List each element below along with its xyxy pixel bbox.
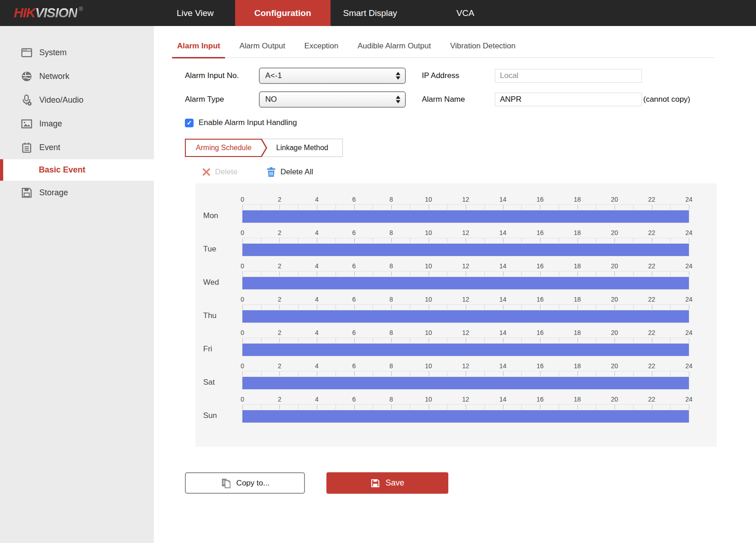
alarm-type-select[interactable]: NO: [259, 91, 406, 108]
alarm-input-no-select[interactable]: A<-1: [259, 68, 406, 84]
tick-mark: [354, 338, 355, 343]
hour-label: 10: [425, 362, 432, 370]
tick-mark: [652, 205, 652, 209]
schedule-bar-track: [242, 410, 689, 423]
tick-mark: [261, 405, 262, 409]
subtab-linkage-method[interactable]: Linkage Method: [262, 139, 343, 157]
tick-mark: [261, 205, 262, 209]
save-icon: [370, 478, 380, 488]
sidebar-item-storage[interactable]: Storage: [0, 181, 154, 204]
tick-mark: [689, 405, 689, 409]
tick-mark: [261, 371, 262, 376]
hour-ruler: 024681012141618202224: [242, 294, 689, 304]
tab-alarm-input[interactable]: Alarm Input: [172, 38, 225, 57]
tab-audible-alarm-output[interactable]: Audible Alarm Output: [352, 38, 436, 57]
delete-button[interactable]: Delete: [202, 167, 237, 177]
armed-period-bar[interactable]: [242, 377, 689, 389]
tick-mark: [298, 338, 299, 343]
sidebar-item-network[interactable]: Network: [0, 64, 154, 88]
day-label: Fri: [203, 345, 212, 354]
nav-configuration[interactable]: Configuration: [235, 0, 331, 26]
sidebar-item-system[interactable]: System: [0, 41, 154, 64]
armed-period-bar[interactable]: [242, 310, 689, 323]
hour-ticks: [242, 204, 689, 210]
tick-mark: [521, 338, 522, 343]
tab-exception[interactable]: Exception: [299, 38, 344, 57]
armed-period-bar[interactable]: [242, 344, 689, 356]
tick-mark: [317, 305, 317, 309]
hour-ruler: 024681012141618202224: [242, 328, 689, 338]
enable-handling-label: Enable Alarm Input Handling: [199, 118, 297, 127]
enable-handling-checkbox[interactable]: ✓: [185, 119, 194, 127]
hour-label: 14: [499, 362, 507, 370]
ip-address-value: Local: [500, 71, 519, 80]
schedule-row-fri: Fri024681012141618202224: [195, 328, 717, 361]
hour-label: 2: [278, 362, 282, 370]
tick-mark: [242, 205, 243, 209]
copy-to-button[interactable]: Copy to...: [185, 472, 305, 494]
hour-ruler: 024681012141618202224: [242, 261, 689, 271]
nav-smart-display[interactable]: Smart Display: [331, 0, 410, 26]
hour-label: 10: [425, 262, 432, 270]
tab-vibration-detection[interactable]: Vibration Detection: [445, 38, 520, 57]
tick-mark: [559, 338, 559, 343]
tick-mark: [242, 405, 243, 409]
cannot-copy-note: (cannot copy): [643, 95, 690, 104]
schedule-timeline[interactable]: 024681012141618202224: [242, 361, 689, 394]
hour-label: 8: [389, 362, 393, 370]
schedule-timeline[interactable]: 024681012141618202224: [242, 328, 689, 361]
tick-mark: [670, 238, 671, 243]
subtab-arming-schedule[interactable]: Arming Schedule: [185, 139, 262, 157]
hour-label: 8: [389, 196, 393, 203]
tick-mark: [279, 272, 280, 276]
hour-label: 4: [315, 262, 319, 270]
nav-vca[interactable]: VCA: [438, 0, 493, 26]
schedule-timeline[interactable]: 024681012141618202224: [242, 228, 689, 261]
armed-period-bar[interactable]: [242, 277, 689, 289]
tick-mark: [596, 205, 596, 209]
tick-mark: [596, 272, 596, 276]
tick-mark: [279, 338, 280, 343]
tick-mark: [354, 205, 355, 209]
schedule-timeline[interactable]: 024681012141618202224: [242, 394, 689, 428]
tick-mark: [503, 338, 504, 343]
schedule-timeline[interactable]: 024681012141618202224: [242, 194, 689, 228]
tick-mark: [596, 238, 596, 243]
tick-mark: [484, 338, 485, 343]
hour-label: 16: [536, 329, 544, 336]
schedule-bar-track: [242, 310, 689, 323]
armed-period-bar[interactable]: [242, 210, 689, 223]
tab-alarm-output[interactable]: Alarm Output: [234, 38, 290, 57]
nav-live-view[interactable]: Live View: [155, 0, 235, 26]
sidebar-item-event[interactable]: Event: [0, 136, 154, 159]
top-nav: Live View Configuration Smart Display VC…: [155, 0, 493, 26]
hour-label: 6: [352, 229, 356, 236]
tick-mark: [373, 238, 373, 243]
ip-address-input[interactable]: Local: [495, 69, 642, 83]
hour-label: 10: [425, 296, 432, 303]
tick-mark: [279, 405, 280, 409]
sidebar-item-basic-event[interactable]: Basic Event: [0, 159, 154, 181]
schedule-timeline[interactable]: 024681012141618202224: [242, 261, 689, 294]
enable-handling-row: ✓ Enable Alarm Input Handling: [185, 118, 756, 127]
hour-label: 6: [352, 396, 356, 403]
armed-period-bar[interactable]: [242, 410, 689, 423]
tick-mark: [261, 305, 262, 309]
sidebar-item-video-audio[interactable]: Video/Audio: [0, 88, 154, 112]
hour-label: 10: [425, 329, 432, 336]
sidebar-item-image[interactable]: Image: [0, 112, 154, 136]
schedule-subtabs: Arming Schedule Linkage Method: [185, 139, 756, 157]
save-button[interactable]: Save: [326, 472, 448, 494]
alarm-input-no-value: A<-1: [265, 71, 282, 80]
alarm-name-input[interactable]: ANPR: [495, 93, 642, 106]
armed-period-bar[interactable]: [242, 244, 689, 256]
tick-mark: [317, 405, 317, 409]
delete-all-button[interactable]: Delete All: [267, 167, 313, 177]
tick-mark: [484, 238, 485, 243]
tick-mark: [336, 371, 336, 376]
schedule-timeline[interactable]: 024681012141618202224: [242, 294, 689, 328]
hour-label: 2: [278, 329, 282, 336]
save-label: Save: [385, 478, 404, 488]
day-label: Thu: [203, 311, 216, 320]
tick-mark: [484, 405, 485, 409]
